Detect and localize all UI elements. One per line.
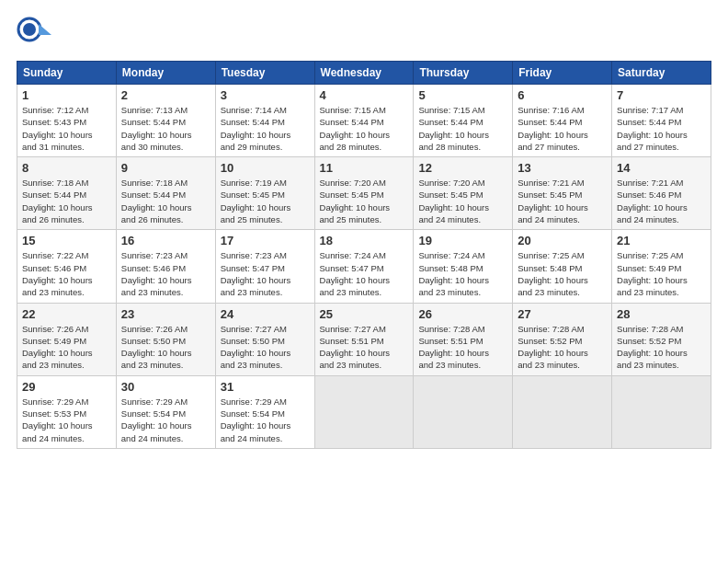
day-number: 22 xyxy=(22,307,111,321)
day-info: Sunrise: 7:16 AM Sunset: 5:44 PM Dayligh… xyxy=(518,104,607,153)
day-number: 12 xyxy=(418,161,507,175)
day-info: Sunrise: 7:15 AM Sunset: 5:44 PM Dayligh… xyxy=(418,104,507,153)
calendar-week-row: 8 Sunrise: 7:18 AM Sunset: 5:44 PM Dayli… xyxy=(17,157,711,230)
day-number: 2 xyxy=(121,88,210,102)
day-number: 15 xyxy=(22,234,111,247)
calendar-cell: 18 Sunrise: 7:24 AM Sunset: 5:47 PM Dayl… xyxy=(314,230,414,303)
day-number: 26 xyxy=(418,307,507,321)
day-info: Sunrise: 7:26 AM Sunset: 5:49 PM Dayligh… xyxy=(22,323,111,372)
calendar-cell xyxy=(314,375,414,448)
calendar-week-row: 15 Sunrise: 7:22 AM Sunset: 5:46 PM Dayl… xyxy=(17,230,711,303)
calendar-cell: 11 Sunrise: 7:20 AM Sunset: 5:45 PM Dayl… xyxy=(314,157,414,230)
calendar-cell: 24 Sunrise: 7:27 AM Sunset: 5:50 PM Dayl… xyxy=(215,303,314,375)
calendar-week-row: 29 Sunrise: 7:29 AM Sunset: 5:53 PM Dayl… xyxy=(17,375,711,448)
day-number: 21 xyxy=(617,234,706,247)
day-number: 18 xyxy=(320,234,409,247)
day-number: 24 xyxy=(221,307,310,321)
day-info: Sunrise: 7:29 AM Sunset: 5:54 PM Dayligh… xyxy=(121,396,210,444)
svg-point-1 xyxy=(23,23,36,36)
day-info: Sunrise: 7:22 AM Sunset: 5:46 PM Dayligh… xyxy=(22,249,111,298)
day-info: Sunrise: 7:21 AM Sunset: 5:45 PM Dayligh… xyxy=(518,177,607,225)
column-header-tuesday: Tuesday xyxy=(215,62,314,85)
day-number: 10 xyxy=(221,161,310,175)
day-number: 28 xyxy=(617,307,706,321)
column-header-wednesday: Wednesday xyxy=(314,62,414,85)
day-number: 25 xyxy=(320,307,409,321)
day-number: 29 xyxy=(22,380,111,394)
day-number: 14 xyxy=(617,161,706,175)
day-number: 9 xyxy=(121,161,210,175)
day-info: Sunrise: 7:12 AM Sunset: 5:43 PM Dayligh… xyxy=(22,104,111,153)
day-info: Sunrise: 7:21 AM Sunset: 5:46 PM Dayligh… xyxy=(617,177,706,225)
logo-icon xyxy=(17,17,51,52)
day-number: 5 xyxy=(418,88,507,102)
day-info: Sunrise: 7:13 AM Sunset: 5:44 PM Dayligh… xyxy=(121,104,210,153)
day-number: 31 xyxy=(221,380,310,394)
calendar-cell: 27 Sunrise: 7:28 AM Sunset: 5:52 PM Dayl… xyxy=(513,303,612,375)
calendar-cell: 6 Sunrise: 7:16 AM Sunset: 5:44 PM Dayli… xyxy=(513,85,612,157)
day-info: Sunrise: 7:15 AM Sunset: 5:44 PM Dayligh… xyxy=(320,104,409,153)
day-number: 4 xyxy=(320,88,409,102)
calendar-cell: 8 Sunrise: 7:18 AM Sunset: 5:44 PM Dayli… xyxy=(17,157,117,230)
day-number: 16 xyxy=(121,234,210,247)
day-info: Sunrise: 7:27 AM Sunset: 5:51 PM Dayligh… xyxy=(320,323,409,372)
day-info: Sunrise: 7:24 AM Sunset: 5:48 PM Dayligh… xyxy=(418,249,507,298)
day-info: Sunrise: 7:28 AM Sunset: 5:52 PM Dayligh… xyxy=(617,323,706,372)
calendar-cell: 22 Sunrise: 7:26 AM Sunset: 5:49 PM Dayl… xyxy=(17,303,117,375)
day-info: Sunrise: 7:20 AM Sunset: 5:45 PM Dayligh… xyxy=(418,177,507,225)
day-info: Sunrise: 7:27 AM Sunset: 5:50 PM Dayligh… xyxy=(221,323,310,372)
day-info: Sunrise: 7:29 AM Sunset: 5:53 PM Dayligh… xyxy=(22,396,111,444)
day-number: 6 xyxy=(518,88,607,102)
calendar-cell: 16 Sunrise: 7:23 AM Sunset: 5:46 PM Dayl… xyxy=(116,230,215,303)
column-header-sunday: Sunday xyxy=(17,62,117,85)
calendar-cell xyxy=(513,375,612,448)
calendar-cell: 15 Sunrise: 7:22 AM Sunset: 5:46 PM Dayl… xyxy=(17,230,117,303)
calendar-cell: 12 Sunrise: 7:20 AM Sunset: 5:45 PM Dayl… xyxy=(414,157,513,230)
calendar-cell: 5 Sunrise: 7:15 AM Sunset: 5:44 PM Dayli… xyxy=(414,85,513,157)
column-header-friday: Friday xyxy=(513,62,612,85)
calendar-cell: 28 Sunrise: 7:28 AM Sunset: 5:52 PM Dayl… xyxy=(612,303,711,375)
day-info: Sunrise: 7:14 AM Sunset: 5:44 PM Dayligh… xyxy=(221,104,310,153)
calendar-cell: 23 Sunrise: 7:26 AM Sunset: 5:50 PM Dayl… xyxy=(116,303,215,375)
calendar-cell: 21 Sunrise: 7:25 AM Sunset: 5:49 PM Dayl… xyxy=(612,230,711,303)
svg-marker-2 xyxy=(39,24,51,35)
header xyxy=(17,17,711,52)
calendar-week-row: 1 Sunrise: 7:12 AM Sunset: 5:43 PM Dayli… xyxy=(17,85,711,157)
day-number: 7 xyxy=(617,88,706,102)
day-number: 11 xyxy=(320,161,409,175)
column-header-saturday: Saturday xyxy=(612,62,711,85)
calendar-cell: 30 Sunrise: 7:29 AM Sunset: 5:54 PM Dayl… xyxy=(116,375,215,448)
calendar-cell: 10 Sunrise: 7:19 AM Sunset: 5:45 PM Dayl… xyxy=(215,157,314,230)
day-info: Sunrise: 7:29 AM Sunset: 5:54 PM Dayligh… xyxy=(221,396,310,444)
calendar-cell: 25 Sunrise: 7:27 AM Sunset: 5:51 PM Dayl… xyxy=(314,303,414,375)
day-number: 23 xyxy=(121,307,210,321)
day-number: 30 xyxy=(121,380,210,394)
column-header-thursday: Thursday xyxy=(414,62,513,85)
calendar-header-row: SundayMondayTuesdayWednesdayThursdayFrid… xyxy=(17,62,711,85)
day-number: 13 xyxy=(518,161,607,175)
calendar-cell: 7 Sunrise: 7:17 AM Sunset: 5:44 PM Dayli… xyxy=(612,85,711,157)
day-info: Sunrise: 7:28 AM Sunset: 5:51 PM Dayligh… xyxy=(418,323,507,372)
day-info: Sunrise: 7:24 AM Sunset: 5:47 PM Dayligh… xyxy=(320,249,409,298)
day-info: Sunrise: 7:28 AM Sunset: 5:52 PM Dayligh… xyxy=(518,323,607,372)
day-info: Sunrise: 7:26 AM Sunset: 5:50 PM Dayligh… xyxy=(121,323,210,372)
day-number: 3 xyxy=(221,88,310,102)
day-number: 1 xyxy=(22,88,111,102)
calendar-cell: 29 Sunrise: 7:29 AM Sunset: 5:53 PM Dayl… xyxy=(17,375,117,448)
day-info: Sunrise: 7:25 AM Sunset: 5:49 PM Dayligh… xyxy=(617,249,706,298)
day-number: 20 xyxy=(518,234,607,247)
day-number: 17 xyxy=(221,234,310,247)
day-info: Sunrise: 7:25 AM Sunset: 5:48 PM Dayligh… xyxy=(518,249,607,298)
day-info: Sunrise: 7:20 AM Sunset: 5:45 PM Dayligh… xyxy=(320,177,409,225)
day-info: Sunrise: 7:18 AM Sunset: 5:44 PM Dayligh… xyxy=(22,177,111,225)
calendar-cell: 19 Sunrise: 7:24 AM Sunset: 5:48 PM Dayl… xyxy=(414,230,513,303)
calendar-table: SundayMondayTuesdayWednesdayThursdayFrid… xyxy=(17,61,711,449)
logo xyxy=(17,17,55,52)
calendar-cell: 13 Sunrise: 7:21 AM Sunset: 5:45 PM Dayl… xyxy=(513,157,612,230)
day-info: Sunrise: 7:19 AM Sunset: 5:45 PM Dayligh… xyxy=(221,177,310,225)
day-number: 8 xyxy=(22,161,111,175)
calendar-cell: 9 Sunrise: 7:18 AM Sunset: 5:44 PM Dayli… xyxy=(116,157,215,230)
calendar-cell: 3 Sunrise: 7:14 AM Sunset: 5:44 PM Dayli… xyxy=(215,85,314,157)
calendar-cell: 14 Sunrise: 7:21 AM Sunset: 5:46 PM Dayl… xyxy=(612,157,711,230)
calendar-cell: 31 Sunrise: 7:29 AM Sunset: 5:54 PM Dayl… xyxy=(215,375,314,448)
